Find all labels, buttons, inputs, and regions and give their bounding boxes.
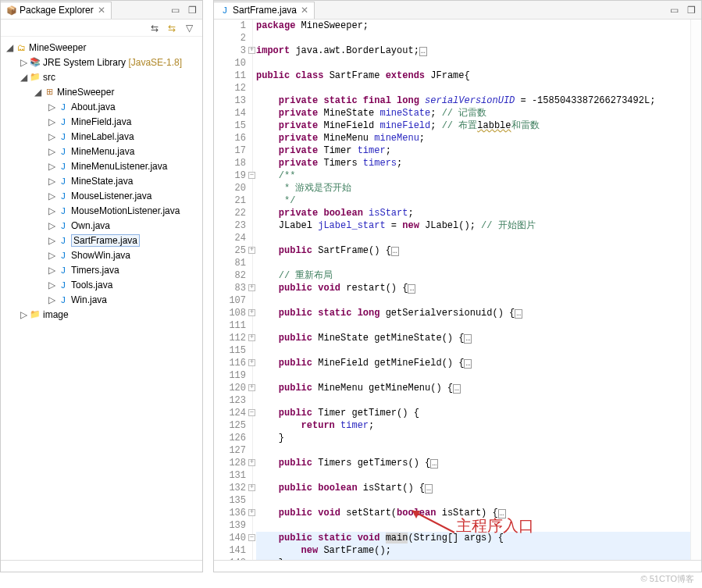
file-label: SartFrame.java [71,234,140,247]
java-file-icon: J [57,249,69,262]
explorer-tab[interactable]: 📦 Package Explorer ✕ [1,2,112,19]
link-editor-icon[interactable]: ⇆ [166,23,177,34]
project-label: MineSweeper [29,42,86,53]
file-label: ShowWin.java [71,250,130,261]
src-folder-icon: 📁 [29,71,41,84]
file-node[interactable]: ▷JMouseMotionListener.java [1,203,202,218]
twisty-open-icon[interactable]: ◢ [18,72,29,83]
jre-version: [JavaSE-1.8] [128,57,182,68]
image-node[interactable]: ▷ 📁 image [1,307,202,322]
line-gutter[interactable]: 123+10111213141516171819−202122232425+81… [214,20,253,560]
twisty-closed-icon[interactable]: ▷ [46,191,57,201]
file-label: MineState.java [71,176,133,187]
jre-label: JRE System Library [43,57,126,68]
file-node[interactable]: ▷JMineState.java [1,173,202,188]
file-node[interactable]: ▷JMineMenu.java [1,144,202,159]
java-file-icon: J [57,205,69,217]
file-label: Tools.java [71,280,112,290]
twisty-closed-icon[interactable]: ▷ [18,309,29,320]
view-menu-icon[interactable]: ▽ [184,23,194,34]
java-file-icon: J [57,116,69,128]
file-label: MineField.java [71,116,131,127]
svg-line-0 [412,511,454,533]
java-file-icon: J [57,264,69,276]
watermark: © 51CTO博客 [641,573,694,585]
file-node[interactable]: ▷JSartFrame.java [1,233,202,248]
maximize-icon[interactable]: ❐ [187,5,198,16]
code-editor[interactable]: 123+10111213141516171819−202122232425+81… [214,20,701,560]
twisty-closed-icon[interactable]: ▷ [46,205,57,216]
java-file-icon: J [57,130,69,143]
overview-ruler[interactable] [690,20,701,560]
file-label: MouseMotionListener.java [71,205,180,216]
twisty-closed-icon[interactable]: ▷ [46,220,57,231]
file-node[interactable]: ▷JTimers.java [1,262,202,277]
twisty-closed-icon[interactable]: ▷ [46,280,57,290]
twisty-closed-icon[interactable]: ▷ [18,57,29,68]
java-file-icon: J [57,219,69,232]
twisty-open-icon[interactable]: ◢ [4,42,15,53]
explorer-title: Package Explorer [20,5,94,16]
twisty-closed-icon[interactable]: ▷ [46,176,57,187]
minimize-icon[interactable]: ▭ [668,5,679,16]
file-node[interactable]: ▷JWin.java [1,292,202,307]
java-file-icon: J [57,175,69,187]
java-file-icon: J [57,190,69,202]
package-explorer-icon: 📦 [5,4,18,16]
minimize-icon[interactable]: ▭ [169,5,180,16]
collapse-all-icon[interactable]: ⇆ [149,23,160,34]
close-icon[interactable]: ✕ [300,5,309,16]
twisty-closed-icon[interactable]: ▷ [46,102,57,112]
package-icon: ⊞ [43,86,55,98]
java-file-icon: J [57,234,69,247]
editor-tab[interactable]: J SartFrame.java ✕ [214,2,315,19]
twisty-closed-icon[interactable]: ▷ [46,250,57,261]
twisty-closed-icon[interactable]: ▷ [46,161,57,172]
twisty-closed-icon[interactable]: ▷ [46,131,57,142]
twisty-closed-icon[interactable]: ▷ [46,294,57,305]
editor-tabbar: J SartFrame.java ✕ ▭ ❐ [214,1,701,20]
twisty-closed-icon[interactable]: ▷ [46,235,57,246]
explorer-toolbar: ⇆ ⇆ ▽ [1,20,202,37]
file-label: Win.java [71,294,107,305]
java-file-icon: J [57,279,69,291]
annotation-text: 主程序入口 [456,519,534,532]
file-node[interactable]: ▷JTools.java [1,277,202,292]
java-file-icon: J [57,294,69,306]
editor-scrollbar[interactable] [214,560,701,572]
src-label: src [43,72,55,83]
twisty-open-icon[interactable]: ◢ [32,87,43,98]
java-file-icon: J [57,160,69,173]
maximize-icon[interactable]: ❐ [686,5,697,16]
close-icon[interactable]: ✕ [97,5,106,16]
file-label: MineLabel.java [71,131,134,142]
jre-node[interactable]: ▷ 📚 JRE System Library [JavaSE-1.8] [1,55,202,69]
package-tree[interactable]: ◢ 🗂 MineSweeper ▷ 📚 JRE System Library [… [1,37,202,560]
file-node[interactable]: ▷JMineField.java [1,114,202,129]
file-node[interactable]: ▷JShowWin.java [1,248,202,262]
file-node[interactable]: ▷JMineLabel.java [1,129,202,144]
explorer-scrollbar[interactable] [1,560,202,572]
project-node[interactable]: ◢ 🗂 MineSweeper [1,40,202,55]
twisty-closed-icon[interactable]: ▷ [46,116,57,127]
java-file-icon: J [219,4,231,16]
project-icon: 🗂 [15,41,27,54]
twisty-closed-icon[interactable]: ▷ [46,146,57,157]
file-node[interactable]: ▷JMineMenuListener.java [1,159,202,173]
java-file-icon: J [57,101,69,113]
src-node[interactable]: ◢ 📁 src [1,69,202,84]
image-label: image [43,309,69,320]
file-label: MineMenu.java [71,146,134,157]
code-content[interactable]: package MineSweeper;import java.awt.Bord… [253,20,690,560]
file-node[interactable]: ▷JAbout.java [1,99,202,114]
twisty-closed-icon[interactable]: ▷ [46,265,57,276]
file-node[interactable]: ▷JMouseListener.java [1,188,202,203]
editor-tab-label: SartFrame.java [233,5,297,16]
file-label: Timers.java [71,265,119,276]
pkg-node[interactable]: ◢ ⊞ MineSweeper [1,84,202,99]
folder-icon: 📁 [29,308,41,321]
file-label: About.java [71,102,116,112]
pkg-label: MineSweeper [57,87,114,98]
file-label: MineMenuListener.java [71,161,167,172]
file-node[interactable]: ▷JOwn.java [1,218,202,233]
